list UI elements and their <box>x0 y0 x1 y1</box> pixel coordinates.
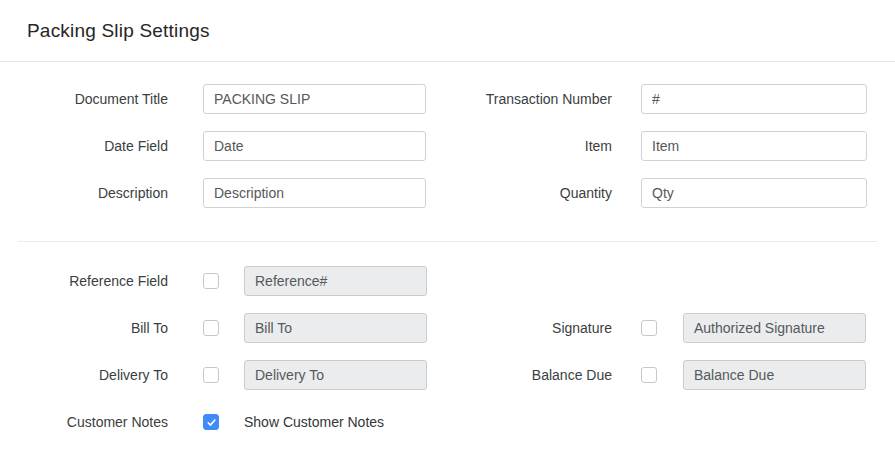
delivery-to-checkbox[interactable] <box>203 367 219 383</box>
delivery-to-input <box>244 360 427 390</box>
item-label: Item <box>426 138 612 154</box>
form-row-date-item: Date Field Item <box>0 131 895 161</box>
page-header: Packing Slip Settings <box>0 0 895 62</box>
toggle-row-billto-signature: Bill To Signature <box>0 313 895 343</box>
toggle-row-reference: Reference Field <box>0 266 895 296</box>
signature-label: Signature <box>427 320 612 336</box>
reference-field-label: Reference Field <box>0 273 168 289</box>
form-row-title-transaction: Document Title Transaction Number <box>0 84 895 114</box>
section-divider <box>18 241 877 242</box>
quantity-input[interactable] <box>641 178 867 208</box>
customer-notes-label: Customer Notes <box>0 414 168 430</box>
page-title: Packing Slip Settings <box>27 20 210 42</box>
show-customer-notes-text: Show Customer Notes <box>244 414 384 430</box>
reference-field-checkbox[interactable] <box>203 273 219 289</box>
bill-to-label: Bill To <box>0 320 168 336</box>
optional-fields-section: Reference Field Bill To Signature Delive… <box>0 266 895 437</box>
document-title-input[interactable] <box>203 84 426 114</box>
toggle-row-deliveryto-balancedue: Delivery To Balance Due <box>0 360 895 390</box>
form-row-description-quantity: Description Quantity <box>0 178 895 208</box>
signature-checkbox[interactable] <box>641 320 657 336</box>
quantity-label: Quantity <box>426 185 612 201</box>
item-input[interactable] <box>641 131 867 161</box>
transaction-number-label: Transaction Number <box>426 91 612 107</box>
delivery-to-label: Delivery To <box>0 367 168 383</box>
document-fields-section: Document Title Transaction Number Date F… <box>0 62 895 208</box>
packing-slip-settings-page: Packing Slip Settings Document Title Tra… <box>0 0 895 461</box>
signature-input <box>683 313 866 343</box>
document-title-label: Document Title <box>0 91 168 107</box>
description-label: Description <box>0 185 168 201</box>
customer-notes-checkbox[interactable] <box>203 414 219 430</box>
date-field-label: Date Field <box>0 138 168 154</box>
bill-to-input <box>244 313 427 343</box>
toggle-row-customer-notes: Customer Notes Show Customer Notes <box>0 407 895 437</box>
checkmark-icon <box>206 417 217 428</box>
balance-due-checkbox[interactable] <box>641 367 657 383</box>
balance-due-label: Balance Due <box>427 367 612 383</box>
date-field-input[interactable] <box>203 131 426 161</box>
transaction-number-input[interactable] <box>641 84 867 114</box>
reference-field-input <box>244 266 427 296</box>
balance-due-input <box>683 360 866 390</box>
bill-to-checkbox[interactable] <box>203 320 219 336</box>
description-input[interactable] <box>203 178 426 208</box>
